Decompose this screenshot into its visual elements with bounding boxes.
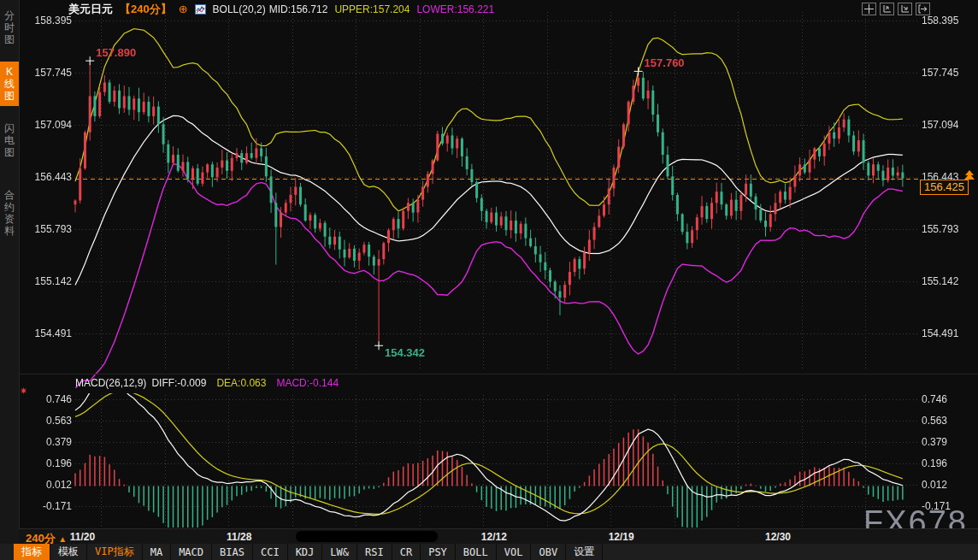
axis-label: -0.171: [922, 500, 951, 512]
toolbar-tab[interactable]: OBV: [531, 544, 566, 560]
horizontal-scrollbar-thumb[interactable]: [296, 531, 438, 542]
macd-diff-value: DIFF:-0.009: [151, 377, 206, 389]
axis-label: 0.379: [22, 436, 72, 448]
axis-label: 0.746: [22, 393, 72, 405]
time-axis-row: 240分 ▲ 11/2011/2812/1212/1912/30: [19, 528, 978, 545]
toolbar-tab[interactable]: MA: [143, 544, 171, 560]
date-label: 12/19: [609, 531, 634, 543]
pan-right-icon[interactable]: [916, 3, 930, 15]
fx-chart-app: { "header": { "symbol": "美元日元", "period"…: [0, 0, 978, 560]
boll-label: BOLL(20,2): [213, 3, 266, 15]
date-label: 12/12: [481, 531, 507, 543]
toolbar-tab[interactable]: VIP指标: [87, 544, 143, 560]
triangle-up-icon: ▲: [58, 534, 67, 544]
low-annotation: 154.342: [385, 346, 425, 359]
boll-mid-value: MID:156.712: [269, 3, 328, 15]
axis-label: 156.443: [22, 171, 72, 183]
last-price-tag: 156.425: [920, 180, 969, 195]
axis-label: 0.196: [922, 457, 947, 469]
macd-name: MACD(26,12,9): [75, 377, 146, 389]
sidebar-tab-2[interactable]: K线图: [0, 62, 19, 106]
toolbar-tab[interactable]: CCI: [253, 544, 288, 560]
toolbar-tab[interactable]: RSI: [357, 544, 392, 560]
toolbar-tab[interactable]: 指标: [14, 544, 50, 560]
axis-label: 0.012: [22, 479, 72, 491]
macd-macd-value: MACD:-0.144: [276, 377, 339, 389]
toolbar-tab[interactable]: LW&: [322, 544, 357, 560]
high-annotation: 157.760: [645, 56, 685, 69]
axis-label: -0.171: [22, 500, 72, 512]
date-label: 12/30: [765, 531, 791, 543]
crosshair-tool-icon[interactable]: [862, 3, 876, 15]
axis-label: 155.793: [22, 223, 72, 235]
macd-dea-value: DEA:0.063: [216, 377, 266, 389]
axis-label: 0.012: [922, 479, 947, 491]
axis-label: 157.745: [22, 67, 72, 79]
axis-label: 0.379: [922, 436, 947, 448]
axis-label: 0.746: [922, 393, 947, 405]
sidebar-tab-3[interactable]: 闪电图: [0, 118, 19, 162]
indicator-chart-icon[interactable]: [195, 4, 206, 15]
toolbar-tab[interactable]: 模板: [50, 544, 87, 560]
axis-label: 0.563: [922, 415, 947, 427]
boll-upper-value: UPPER:157.204: [334, 3, 409, 15]
indicator-toolbar: 指标模板VIP指标MAMACDBIASCCIKDJLW&RSICRPSYBOLL…: [0, 544, 978, 560]
toolbar-tab[interactable]: MACD: [171, 544, 212, 560]
toolbar-tab[interactable]: VOL: [497, 544, 532, 560]
axis-label: 155.793: [922, 223, 958, 235]
symbol-title: 美元日元: [68, 2, 113, 17]
candlestick-chart-canvas[interactable]: [0, 0, 978, 560]
axis-label: 155.142: [922, 275, 958, 287]
toolbar-tab[interactable]: 设置: [566, 544, 603, 560]
date-label: 11/28: [227, 531, 251, 543]
toolbar-tab[interactable]: BOLL: [456, 544, 497, 560]
axis-label: 0.563: [22, 415, 72, 427]
date-label: 11/20: [70, 531, 95, 543]
toolbar-tab[interactable]: CR: [392, 544, 421, 560]
axis-label: 158.395: [922, 15, 958, 27]
chart-type-sidebar: 分时图K线图闪电图合约资料: [0, 0, 20, 544]
axis-label: 155.142: [22, 275, 72, 287]
axis-label: 157.745: [922, 67, 958, 79]
chart-header: 美元日元 【240分】 ⊕ BOLL(20,2) MID:156.712 UPP…: [68, 2, 494, 17]
axis-label: 154.491: [22, 327, 72, 339]
axis-label: 0.196: [22, 457, 72, 469]
axis-label: 157.094: [922, 119, 958, 131]
axis-label: 158.395: [22, 15, 72, 27]
indicator-alert-icon[interactable]: ✷: [20, 386, 27, 397]
period-label: 【240分】: [120, 2, 172, 17]
axis-label: 157.094: [22, 119, 72, 131]
boll-lower-value: LOWER:156.221: [416, 3, 494, 15]
axis-label: 154.491: [922, 327, 958, 339]
toolbar-tab[interactable]: PSY: [421, 544, 456, 560]
sidebar-tab-4[interactable]: 合约资料: [0, 185, 19, 241]
macd-header: MACD(26,12,9) DIFF:-0.009 DEA:0.063 MACD…: [75, 377, 339, 389]
sidebar-tab-1[interactable]: 分时图: [0, 5, 19, 50]
zoom-axes-right-icon[interactable]: [898, 3, 912, 15]
toolbar-tab[interactable]: KDJ: [288, 544, 323, 560]
collapse-indicator-icon[interactable]: ⊕: [179, 4, 188, 15]
zoom-axes-left-icon[interactable]: [880, 3, 894, 15]
chart-toolbar-icons: [862, 3, 930, 15]
toolbar-tab[interactable]: BIAS: [212, 544, 253, 560]
high-annotation: 157.890: [96, 46, 136, 59]
